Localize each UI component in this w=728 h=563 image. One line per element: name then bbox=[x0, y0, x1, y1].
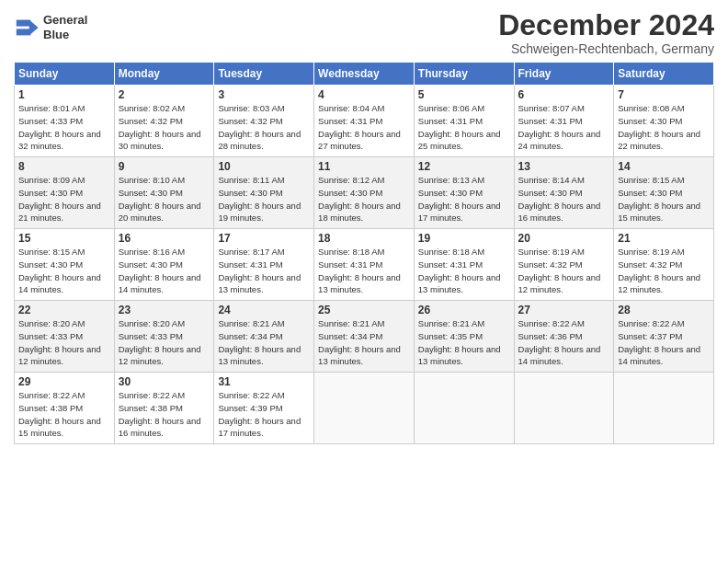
day-number: 25 bbox=[318, 304, 410, 316]
calendar-week-row: 1 Sunrise: 8:01 AM Sunset: 4:33 PM Dayli… bbox=[15, 86, 714, 157]
calendar-day-cell: 11 Sunrise: 8:12 AM Sunset: 4:30 PM Dayl… bbox=[314, 157, 415, 229]
daylight-label: Daylight: 8 hours and 13 minutes. bbox=[318, 272, 401, 295]
daylight-label: Daylight: 8 hours and 16 minutes. bbox=[119, 416, 201, 439]
day-info: Sunrise: 8:13 AM Sunset: 4:30 PM Dayligh… bbox=[418, 174, 510, 224]
daylight-label: Daylight: 8 hours and 25 minutes. bbox=[418, 129, 501, 152]
calendar-day-cell: 7 Sunrise: 8:08 AM Sunset: 4:30 PM Dayli… bbox=[614, 86, 714, 157]
sunrise-label: Sunrise: 8:13 AM bbox=[418, 175, 484, 185]
sunrise-label: Sunrise: 8:22 AM bbox=[518, 318, 585, 328]
day-number: 27 bbox=[518, 304, 610, 316]
daylight-label: Daylight: 8 hours and 24 minutes. bbox=[518, 129, 601, 152]
sunset-label: Sunset: 4:30 PM bbox=[518, 188, 583, 198]
day-of-week-header: Thursday bbox=[414, 63, 514, 86]
calendar-day-cell: 13 Sunrise: 8:14 AM Sunset: 4:30 PM Dayl… bbox=[514, 157, 614, 229]
sunrise-label: Sunrise: 8:10 AM bbox=[119, 175, 185, 185]
daylight-label: Daylight: 8 hours and 15 minutes. bbox=[618, 201, 700, 224]
day-number: 11 bbox=[318, 160, 410, 173]
calendar-day-cell: 16 Sunrise: 8:16 AM Sunset: 4:30 PM Dayl… bbox=[114, 229, 214, 301]
day-info: Sunrise: 8:11 AM Sunset: 4:30 PM Dayligh… bbox=[218, 174, 310, 224]
sunrise-label: Sunrise: 8:02 AM bbox=[119, 103, 185, 113]
calendar-day-cell: 3 Sunrise: 8:03 AM Sunset: 4:32 PM Dayli… bbox=[214, 86, 314, 157]
sunrise-label: Sunrise: 8:09 AM bbox=[18, 175, 85, 185]
calendar-body: 1 Sunrise: 8:01 AM Sunset: 4:33 PM Dayli… bbox=[15, 86, 714, 444]
sunset-label: Sunset: 4:33 PM bbox=[18, 116, 83, 126]
sunset-label: Sunset: 4:32 PM bbox=[119, 116, 183, 126]
sunset-label: Sunset: 4:32 PM bbox=[518, 259, 583, 270]
day-number: 9 bbox=[119, 160, 210, 173]
day-number: 24 bbox=[218, 304, 310, 316]
day-info: Sunrise: 8:22 AM Sunset: 4:38 PM Dayligh… bbox=[18, 389, 110, 440]
sunrise-label: Sunrise: 8:22 AM bbox=[18, 390, 85, 400]
sunrise-label: Sunrise: 8:04 AM bbox=[318, 103, 384, 113]
sunrise-label: Sunrise: 8:12 AM bbox=[318, 175, 384, 185]
sunset-label: Sunset: 4:30 PM bbox=[618, 116, 682, 126]
sunrise-label: Sunrise: 8:19 AM bbox=[618, 247, 684, 257]
calendar-day-cell: 19 Sunrise: 8:18 AM Sunset: 4:31 PM Dayl… bbox=[414, 229, 514, 301]
calendar-table: SundayMondayTuesdayWednesdayThursdayFrid… bbox=[14, 62, 714, 444]
sunrise-label: Sunrise: 8:20 AM bbox=[119, 318, 185, 328]
daylight-label: Daylight: 8 hours and 14 minutes. bbox=[518, 344, 601, 367]
sunrise-label: Sunrise: 8:22 AM bbox=[618, 318, 684, 328]
day-info: Sunrise: 8:10 AM Sunset: 4:30 PM Dayligh… bbox=[119, 174, 210, 224]
day-info: Sunrise: 8:04 AM Sunset: 4:31 PM Dayligh… bbox=[318, 102, 410, 153]
sunset-label: Sunset: 4:32 PM bbox=[618, 259, 682, 270]
calendar-day-cell: 12 Sunrise: 8:13 AM Sunset: 4:30 PM Dayl… bbox=[414, 157, 514, 229]
daylight-label: Daylight: 8 hours and 22 minutes. bbox=[618, 129, 700, 152]
day-number: 6 bbox=[518, 88, 610, 101]
daylight-label: Daylight: 8 hours and 16 minutes. bbox=[518, 201, 601, 224]
daylight-label: Daylight: 8 hours and 28 minutes. bbox=[218, 129, 301, 152]
day-number: 18 bbox=[318, 232, 410, 245]
day-info: Sunrise: 8:07 AM Sunset: 4:31 PM Dayligh… bbox=[518, 102, 610, 153]
day-number: 14 bbox=[618, 160, 710, 173]
day-number: 8 bbox=[18, 160, 110, 173]
day-info: Sunrise: 8:21 AM Sunset: 4:35 PM Dayligh… bbox=[418, 317, 510, 368]
daylight-label: Daylight: 8 hours and 13 minutes. bbox=[418, 272, 501, 295]
day-number: 29 bbox=[18, 375, 110, 388]
day-number: 21 bbox=[618, 232, 710, 245]
sunrise-label: Sunrise: 8:03 AM bbox=[218, 103, 284, 113]
sunset-label: Sunset: 4:32 PM bbox=[218, 116, 282, 126]
day-info: Sunrise: 8:17 AM Sunset: 4:31 PM Dayligh… bbox=[218, 246, 310, 296]
day-number: 5 bbox=[418, 88, 510, 101]
day-info: Sunrise: 8:22 AM Sunset: 4:39 PM Dayligh… bbox=[218, 389, 310, 440]
calendar-day-cell: 25 Sunrise: 8:21 AM Sunset: 4:34 PM Dayl… bbox=[314, 301, 415, 373]
day-info: Sunrise: 8:19 AM Sunset: 4:32 PM Dayligh… bbox=[618, 246, 710, 296]
daylight-label: Daylight: 8 hours and 12 minutes. bbox=[18, 344, 101, 367]
day-info: Sunrise: 8:20 AM Sunset: 4:33 PM Dayligh… bbox=[119, 317, 210, 368]
sunrise-label: Sunrise: 8:18 AM bbox=[418, 247, 484, 257]
day-of-week-header: Saturday bbox=[614, 63, 714, 86]
sunset-label: Sunset: 4:31 PM bbox=[418, 259, 483, 270]
sunrise-label: Sunrise: 8:21 AM bbox=[318, 318, 384, 328]
calendar-day-cell: 30 Sunrise: 8:22 AM Sunset: 4:38 PM Dayl… bbox=[114, 373, 214, 444]
day-of-week-header: Monday bbox=[114, 63, 214, 86]
day-info: Sunrise: 8:22 AM Sunset: 4:36 PM Dayligh… bbox=[518, 317, 610, 368]
calendar-day-cell: 29 Sunrise: 8:22 AM Sunset: 4:38 PM Dayl… bbox=[15, 373, 115, 444]
logo: General Blue bbox=[14, 13, 87, 41]
day-info: Sunrise: 8:16 AM Sunset: 4:30 PM Dayligh… bbox=[119, 246, 210, 296]
calendar-week-row: 29 Sunrise: 8:22 AM Sunset: 4:38 PM Dayl… bbox=[15, 373, 714, 444]
calendar-day-cell: 20 Sunrise: 8:19 AM Sunset: 4:32 PM Dayl… bbox=[514, 229, 614, 301]
calendar-day-cell: 23 Sunrise: 8:20 AM Sunset: 4:33 PM Dayl… bbox=[114, 301, 214, 373]
day-number: 15 bbox=[18, 232, 110, 245]
daylight-label: Daylight: 8 hours and 12 minutes. bbox=[618, 272, 700, 295]
day-number: 28 bbox=[618, 304, 710, 316]
day-number: 1 bbox=[18, 88, 110, 101]
sunrise-label: Sunrise: 8:22 AM bbox=[119, 390, 185, 400]
sunset-label: Sunset: 4:30 PM bbox=[418, 188, 483, 198]
calendar-day-cell: 14 Sunrise: 8:15 AM Sunset: 4:30 PM Dayl… bbox=[614, 157, 714, 229]
calendar-week-row: 8 Sunrise: 8:09 AM Sunset: 4:30 PM Dayli… bbox=[15, 157, 714, 229]
svg-rect-2 bbox=[17, 19, 30, 26]
day-info: Sunrise: 8:03 AM Sunset: 4:32 PM Dayligh… bbox=[218, 102, 310, 153]
day-info: Sunrise: 8:18 AM Sunset: 4:31 PM Dayligh… bbox=[418, 246, 510, 296]
daylight-label: Daylight: 8 hours and 12 minutes. bbox=[518, 272, 601, 295]
calendar-day-cell bbox=[514, 373, 614, 444]
sunrise-label: Sunrise: 8:11 AM bbox=[218, 175, 284, 185]
day-number: 22 bbox=[18, 304, 110, 316]
day-of-week-header: Wednesday bbox=[314, 63, 415, 86]
day-info: Sunrise: 8:08 AM Sunset: 4:30 PM Dayligh… bbox=[618, 102, 710, 153]
daylight-label: Daylight: 8 hours and 13 minutes. bbox=[218, 272, 301, 295]
sunrise-label: Sunrise: 8:01 AM bbox=[18, 103, 85, 113]
sunrise-label: Sunrise: 8:07 AM bbox=[518, 103, 585, 113]
daylight-label: Daylight: 8 hours and 15 minutes. bbox=[18, 416, 101, 439]
day-info: Sunrise: 8:15 AM Sunset: 4:30 PM Dayligh… bbox=[18, 246, 110, 296]
